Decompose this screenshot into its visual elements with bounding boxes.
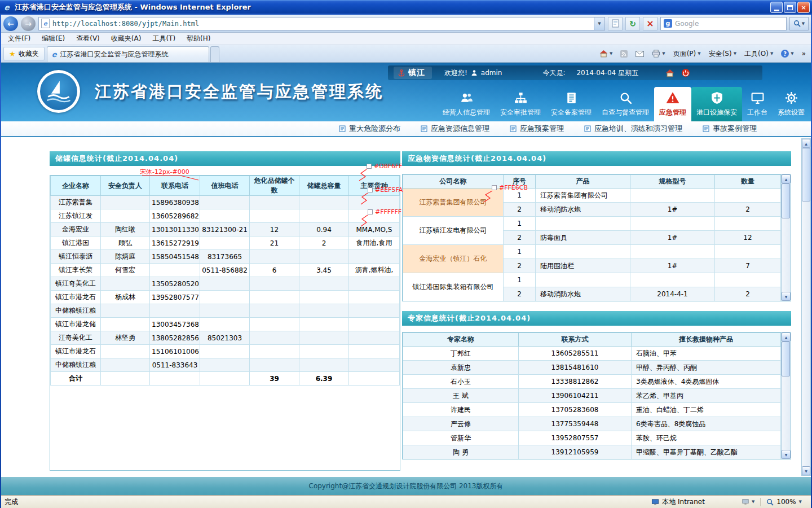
column-header[interactable]: 擅长救援物种产品 [632,333,781,347]
table-row[interactable]: 石小玉133388128623类易燃液体、4类易燃固体 [403,375,781,389]
subnav-resource-info[interactable]: 应急资源信息管理 [421,124,489,134]
feeds-button[interactable] [616,47,632,60]
table-row[interactable]: 管新华13952807557苯胺、环己烷 [403,431,781,445]
column-header[interactable]: 企业名称 [51,176,101,196]
logout-power-icon[interactable] [681,68,690,77]
table-row[interactable]: 中储粮镇江粮 [51,304,400,318]
safety-menu-button[interactable]: 安全(S) ▼ [705,47,740,60]
help-button[interactable]: ? ▼ [777,47,797,60]
nav-safety-approval[interactable]: 安全审批管理 [495,87,546,121]
menu-edit[interactable]: 编辑(E) [36,33,70,45]
scroll-track[interactable] [802,148,810,466]
table-row[interactable]: 许建民13705283608重油、白蜡油、丁二烯 [403,403,781,417]
forward-button[interactable]: → [21,16,36,31]
search-button[interactable]: ▼ [789,17,809,30]
tab-active[interactable]: e 江苏省港口安全监管与应急管理系统 [47,46,209,62]
print-button[interactable]: ▼ [648,47,669,60]
column-header[interactable]: 规格型号 [630,175,715,189]
close-button[interactable]: × [797,2,810,13]
new-tab-stub[interactable] [210,46,219,62]
column-header[interactable]: 公司名称 [403,175,504,189]
table-row[interactable]: 江苏镇江发电有限公司 1 [403,217,781,231]
subnav-hazard-distribution[interactable]: 重大危险源分布 [339,124,400,134]
subnav-training-drills[interactable]: 应急培训、演练和演习管理 [584,124,682,134]
table-row[interactable]: 江苏镇江发13605289682 [51,209,400,223]
supplies-scrollbar[interactable]: ▲ ▼ [781,174,791,301]
column-header[interactable]: 危化品储罐个数 [250,176,299,196]
table-row[interactable]: 镇江李长荣何雪宏0511-85688263.45沥青,燃料油, [51,264,400,277]
nav-safety-record[interactable]: 安全备案管理 [546,87,597,121]
table-row[interactable]: 镇江市港龙储13003457368 [51,318,400,331]
scroll-up-arrow[interactable]: ▲ [802,139,810,148]
table-row[interactable]: 袁新忠13815481610甲醇、异丙醇、丙酮 [403,361,781,375]
nav-port-security[interactable]: 港口设施保安 [691,87,742,121]
read-mail-button[interactable] [632,47,648,60]
menu-view[interactable]: 查看(V) [70,33,105,45]
scroll-track[interactable] [782,341,791,450]
column-header[interactable]: 数量 [715,175,781,189]
table-row[interactable]: 镇江恒泰沥陈炳庭1585045154883173665 [51,250,400,264]
subnav-plan-management[interactable]: 应急预案管理 [510,124,564,134]
experts-scrollbar[interactable]: ▲ ▼ [781,332,791,459]
search-input[interactable]: Google [675,20,783,28]
back-button[interactable]: ← [3,16,18,31]
maximize-button[interactable] [784,2,796,13]
port-selector[interactable]: 镇江 [394,67,432,79]
nav-operator-info[interactable]: 经营人信息管理 [438,87,495,121]
scroll-up-arrow[interactable]: ▲ [782,174,791,183]
address-dropdown[interactable]: ▼ [594,17,604,30]
table-row[interactable]: 丁邦红13605285511石脑油、甲苯 [403,347,781,361]
home-button[interactable]: ▼ [595,47,616,60]
table-row[interactable]: 陶 勇13912105959甲缩醛、甲基异丁基酮、乙酸乙酯 [403,445,781,459]
menu-file[interactable]: 文件(F) [2,33,36,45]
column-header[interactable]: 产品 [536,175,630,189]
scroll-thumb[interactable] [782,183,790,218]
column-header[interactable]: 联系电话 [150,176,200,196]
column-header[interactable]: 专家名称 [403,333,519,347]
scroll-up-arrow[interactable]: ▲ [782,332,791,341]
compatibility-button[interactable] [608,17,623,30]
window-titlebar[interactable]: e 江苏省港口安全监管与应急管理系统 - Windows Internet Ex… [0,0,812,15]
table-row[interactable]: 江奇美化工林坚勇1380528285685021303 [51,331,400,345]
nav-inspection[interactable]: 自查与督查管理 [597,87,654,121]
menu-favorites[interactable]: 收藏夹(A) [105,33,147,45]
column-header[interactable]: 储罐总容量 [299,176,349,196]
scroll-thumb[interactable] [802,148,810,202]
table-row[interactable]: 金海宏业（镇江）石化 1 [403,245,781,259]
refresh-button[interactable]: ↻ [625,17,640,30]
table-row[interactable]: 镇江市港龙石杨成林13952807577 [51,291,400,304]
table-row[interactable]: 中储粮镇江粮0511-833643 [51,358,400,372]
scroll-thumb[interactable] [782,341,790,376]
scroll-down-arrow[interactable]: ▼ [782,292,791,301]
minimize-button[interactable] [770,2,783,13]
home-shortcut-icon[interactable] [665,69,674,77]
scroll-down-arrow[interactable]: ▼ [782,450,791,459]
menu-help[interactable]: 帮助(H) [181,33,216,45]
favorites-button[interactable]: ★ 收藏夹 [3,47,45,60]
page-menu-button[interactable]: 页面(P) ▼ [669,47,705,60]
subnav-accident-cases[interactable]: 事故案例管理 [703,124,757,134]
more-commands-button[interactable]: » [798,47,810,60]
nav-workbench[interactable]: 工作台 [742,87,773,121]
search-box[interactable]: g Google [660,17,787,30]
menu-tools[interactable]: 工具(T) [147,33,181,45]
column-header[interactable]: 安全负责人 [101,176,150,196]
nav-emergency-management[interactable]: 应急管理 [654,87,691,121]
url-text[interactable]: http://localhost:8080/yjpt/Main.html [52,20,591,28]
status-mode-button[interactable]: ▼ [742,498,754,505]
tools-menu-button[interactable]: 工具(O) ▼ [740,47,777,60]
address-bar[interactable]: e http://localhost:8080/yjpt/Main.html ▼ [38,17,605,30]
table-row[interactable]: 严云修137753594486类毒害品、8类腐蚀品 [403,417,781,431]
table-row[interactable]: 江苏索普集15896380938 [51,196,400,209]
nav-system-settings[interactable]: 系统设置 [773,87,810,121]
table-row[interactable]: 王 斌13906104211苯乙烯、甲基丙 [403,389,781,403]
table-row[interactable]: 金海宏业陶红暾1301301133083121300-21120.94MMA,M… [51,223,400,237]
table-row[interactable]: 江苏索普集团有限公司 1 江苏索普集团有限公司 [403,189,781,203]
table-row[interactable]: 镇江港国顾弘13615272919212食用油,食用 [51,237,400,250]
table-row[interactable]: 镇江港国际集装箱有限公司 1 [403,273,781,287]
table-row[interactable]: 镇江市港龙石15106101006 [51,345,400,358]
column-header[interactable]: 值班电话 [200,176,250,196]
scroll-down-arrow[interactable]: ▼ [802,466,810,475]
scroll-track[interactable] [782,183,791,292]
column-header[interactable]: 联系方式 [519,333,632,347]
